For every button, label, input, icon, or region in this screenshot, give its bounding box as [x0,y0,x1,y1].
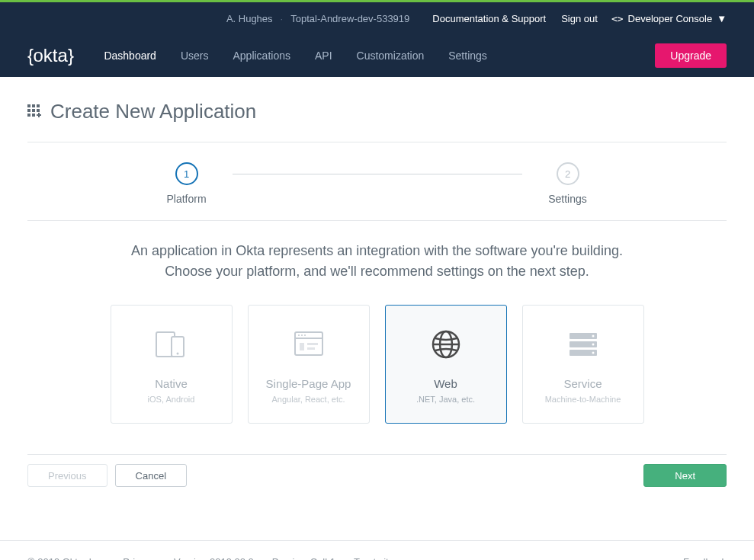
web-title: Web [434,377,457,390]
footer: © 2019 Okta, Inc. Privacy Version 2019.0… [0,540,754,560]
page-title-row: Create New Application [27,100,727,142]
topbar-org: Toptal-Andrew-dev-533919 [290,13,409,24]
spa-icon [294,325,324,363]
dropdown-icon: ▼ [717,13,727,24]
docs-link[interactable]: Documentation & Support [432,13,546,24]
native-icon [155,325,188,363]
nav-api[interactable]: API [315,50,332,62]
svg-point-14 [301,334,303,336]
service-title: Service [563,377,602,390]
desc-line-2: Choose your platform, and we'll recommen… [73,261,681,282]
desc-line-1: An application in Okta represents an int… [73,241,681,261]
footer-feedback[interactable]: Feedback [683,556,727,560]
action-bar: Previous Cancel Next [27,454,727,517]
svg-rect-6 [27,114,30,117]
nav-customization[interactable]: Customization [357,50,425,62]
svg-point-26 [592,343,594,345]
okta-logo[interactable]: {okta} [27,45,73,66]
svg-rect-0 [27,104,30,107]
svg-rect-3 [27,109,30,112]
svg-rect-4 [32,109,35,112]
step-1-circle: 1 [175,162,198,185]
footer-trust[interactable]: Trust site [354,556,394,560]
native-sub: iOS, Android [148,395,195,404]
footer-version: Version 2019.02.0 [174,556,254,560]
nav-users[interactable]: Users [181,50,209,62]
cancel-button[interactable]: Cancel [115,464,187,487]
service-icon [568,325,598,363]
nav-items: Dashboard Users Applications API Customi… [104,50,486,62]
footer-preview: Preview Cell 1 [272,556,335,560]
step-settings: 2 Settings [522,162,614,205]
step-1-label: Platform [166,193,206,205]
stepper: 1 Platform 2 Settings [27,142,727,221]
web-sub: .NET, Java, etc. [416,395,475,404]
main-content: Create New Application 1 Platform 2 Sett… [0,77,754,540]
description: An application in Okta represents an int… [27,221,727,305]
svg-point-25 [592,334,594,337]
svg-rect-16 [300,343,304,350]
native-title: Native [155,377,188,390]
nav-settings[interactable]: Settings [448,50,487,62]
page-title-text: Create New Application [50,100,256,123]
svg-point-13 [298,334,300,336]
svg-point-15 [304,334,306,336]
footer-privacy[interactable]: Privacy [123,556,156,560]
step-platform: 1 Platform [141,162,233,205]
svg-rect-5 [37,109,40,112]
globe-icon [431,325,461,363]
nav-applications[interactable]: Applications [233,50,290,62]
step-2-circle: 2 [557,162,579,185]
svg-rect-17 [307,343,318,345]
svg-point-10 [176,352,178,354]
platform-service[interactable]: Service Machine-to-Machine [522,305,644,424]
code-icon: <> [611,13,624,24]
platform-native[interactable]: Native iOS, Android [111,305,233,424]
svg-rect-1 [32,104,35,107]
topbar: A. Hughes · Toptal-Andrew-dev-533919 Doc… [0,2,754,34]
spa-title: Single-Page App [266,377,351,390]
next-button[interactable]: Next [643,464,727,487]
spa-sub: Angular, React, etc. [272,395,345,404]
svg-rect-2 [37,104,40,107]
topbar-links: Documentation & Support Sign out [432,13,598,24]
signout-link[interactable]: Sign out [561,13,598,24]
service-sub: Machine-to-Machine [545,395,621,404]
topbar-user: A. Hughes [226,13,273,24]
svg-rect-18 [307,347,315,350]
nav-dashboard[interactable]: Dashboard [104,50,156,62]
platform-web[interactable]: Web .NET, Java, etc. [385,305,507,424]
footer-copyright: © 2019 Okta, Inc. [27,556,104,560]
navbar: {okta} Dashboard Users Applications API … [0,34,754,77]
platform-cards: Native iOS, Android Single-Page App Angu… [27,305,727,454]
platform-spa[interactable]: Single-Page App Angular, React, etc. [248,305,370,424]
previous-button: Previous [27,464,107,487]
svg-point-27 [592,351,594,354]
svg-rect-7 [32,114,35,117]
app-grid-icon [27,100,41,123]
step-2-label: Settings [548,193,587,205]
topbar-separator: · [281,13,284,24]
step-line [233,174,522,174]
upgrade-button[interactable]: Upgrade [655,43,727,68]
console-switcher[interactable]: <> Developer Console ▼ [611,13,727,24]
console-label: Developer Console [628,13,713,24]
